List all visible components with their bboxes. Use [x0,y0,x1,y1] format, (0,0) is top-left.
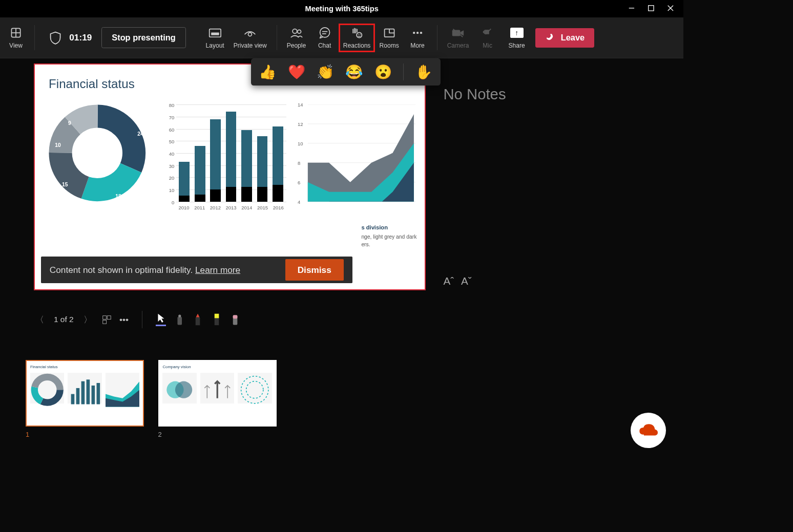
thumbnail-number: 1 [26,431,144,438]
laser-pointer-tool[interactable] [174,313,185,326]
svg-point-17 [360,34,361,35]
window-controls [618,0,684,16]
slide-body-text: s division nge, light grey and dark ers. [361,223,416,249]
minimize-icon[interactable] [628,5,635,12]
prev-slide-button[interactable]: 〈 [34,312,46,328]
svg-point-11 [297,30,301,33]
donut-value: 24 [137,131,143,137]
cursor-tool[interactable] [156,313,166,326]
svg-rect-49 [71,394,75,405]
svg-rect-38 [107,315,111,319]
donut-value: 10 [55,142,61,148]
hangup-icon [542,30,557,45]
share-label: Share [509,42,525,49]
separator [34,25,35,50]
people-label: People [287,42,306,49]
thumbnail-number: 2 [158,431,277,438]
leave-button[interactable]: Leave [535,28,594,48]
slide: Financial status 24 18 15 10 [34,63,426,290]
svg-point-10 [293,29,297,33]
chat-label: Chat [318,42,331,49]
view-label: View [9,42,23,49]
view-button[interactable]: View [4,25,28,51]
svg-point-57 [241,376,268,403]
close-icon[interactable] [667,5,674,12]
share-button[interactable]: ↑ Share [503,25,531,51]
svg-point-58 [246,381,263,398]
maximize-icon[interactable] [648,5,655,12]
svg-point-12 [320,28,329,37]
svg-rect-53 [92,386,95,405]
reactions-panel: 👍 ❤️ 👏 😂 😮 ✋ [251,58,441,86]
reactions-label: Reactions [343,42,371,49]
learn-more-link[interactable]: Learn more [195,265,240,275]
mic-button[interactable]: Mic [474,25,501,51]
more-label: More [410,42,424,49]
bar-chart: 01020304050607080 2010201120122013201420… [165,104,286,210]
svg-rect-8 [211,32,219,35]
eye-icon [243,26,257,39]
svg-point-20 [416,32,419,34]
svg-point-21 [420,32,422,34]
svg-point-9 [248,32,252,36]
svg-point-56 [175,381,192,398]
font-increase-button[interactable]: Aˆ [443,275,454,287]
thumbnail-wrap: Financial status 1 [26,360,144,438]
shield-icon[interactable] [49,31,61,45]
thumbnail[interactable]: Financial status [26,360,144,426]
more-button[interactable]: More [404,25,431,51]
reaction-heart[interactable]: ❤️ [288,63,305,80]
reaction-surprised[interactable]: 😮 [374,63,392,80]
grid-view-button[interactable] [102,315,112,325]
people-button[interactable]: People [283,25,310,51]
camera-button[interactable]: Camera [444,25,473,51]
font-size-controls: Aˆ Aˇ [443,275,657,287]
slide-counter: 1 of 2 [54,315,74,324]
rooms-button[interactable]: Rooms [376,25,403,51]
svg-rect-45 [233,315,238,318]
camera-off-icon [451,26,465,39]
reaction-raise-hand[interactable]: ✋ [415,63,432,80]
mic-off-icon [482,26,493,39]
share-icon: ↑ [510,26,524,39]
fidelity-banner: Content not shown in optimal fidelity. L… [41,257,353,283]
banner-text: Content not shown in optimal fidelity. L… [50,265,240,275]
svg-point-30 [74,130,120,176]
dismiss-button[interactable]: Dismiss [285,259,344,281]
next-slide-button[interactable]: 〉 [81,312,94,328]
svg-point-41 [178,315,181,317]
thumbnail-title: Company vision [162,365,272,369]
stop-presenting-button[interactable]: Stop presenting [101,27,185,49]
red-pen-tool[interactable] [193,313,203,326]
highlighter-tool[interactable] [211,313,222,326]
svg-rect-51 [81,381,85,405]
svg-rect-54 [97,383,100,405]
svg-point-16 [358,34,359,35]
more-icon [411,26,424,39]
eraser-tool[interactable] [230,313,241,326]
content-area: Financial status 24 18 15 10 [0,58,683,306]
reactions-button[interactable]: Reactions [340,25,374,51]
chat-button[interactable]: Chat [311,25,338,51]
thumbnail[interactable]: Company vision [158,360,277,426]
private-view-label: Private view [234,42,267,49]
svg-rect-39 [102,320,106,324]
more-options-button[interactable]: ••• [119,314,129,325]
camera-label: Camera [447,42,469,49]
meeting-timer: 01:19 [69,32,92,43]
font-decrease-button[interactable]: Aˇ [461,275,472,287]
svg-rect-43 [214,314,219,318]
privacy-timer: 01:19 [41,31,100,45]
reaction-like[interactable]: 👍 [259,63,276,80]
reaction-laugh[interactable]: 😂 [345,63,363,80]
cloud-icon [637,421,659,439]
charts-row: 24 18 15 10 9 01020304050607080 20102011… [49,104,416,224]
private-view-button[interactable]: Private view [230,25,270,51]
corner-logo [631,413,666,448]
layout-button[interactable]: Layout [202,25,228,51]
donut-value: 15 [62,182,68,187]
grid-icon [10,26,22,39]
svg-rect-24 [485,30,490,34]
svg-rect-1 [648,5,653,10]
reaction-applause[interactable]: 👏 [317,63,334,80]
